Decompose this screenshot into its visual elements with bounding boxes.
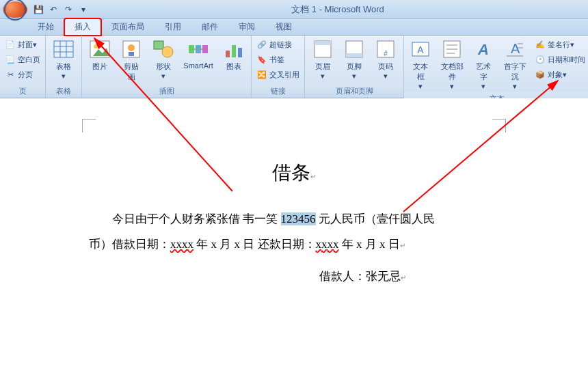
doc-line1b: 元人民币（壹仟圆人民 xyxy=(316,212,435,225)
svg-text:A: A xyxy=(417,44,424,55)
doc-body: 今日由于个人财务紧张借 韦一笑 123456 元人民币（壹仟圆人民 币）借款日期… xyxy=(89,206,499,258)
object-icon: 📦 xyxy=(535,69,546,80)
blank-page-icon: 📃 xyxy=(5,54,16,65)
tab-home[interactable]: 开始 xyxy=(27,18,64,35)
office-button[interactable] xyxy=(3,1,27,18)
datetime-button[interactable]: 🕑日期和时间 xyxy=(533,52,587,67)
picture-button[interactable]: 图片 xyxy=(85,37,115,73)
group-pages: 📄封面 ▾ 📃空白页 ✂分页 页 xyxy=(0,36,46,98)
group-links: 🔗超链接 🔖书签 🔀交叉引用 链接 xyxy=(252,36,305,98)
tab-references[interactable]: 引用 xyxy=(155,18,191,35)
chart-icon xyxy=(223,38,245,60)
group-label-pages: 页 xyxy=(0,85,45,98)
group-headerfooter: 页眉▾ 页脚▾ #页码▾ 页眉和页脚 xyxy=(305,36,404,98)
svg-rect-11 xyxy=(154,41,163,49)
doc-err2: xxxx xyxy=(316,238,339,251)
quick-access-toolbar: 💾 ↶ ↷ ▾ xyxy=(31,3,90,16)
table-icon xyxy=(53,38,75,60)
crossref-icon: 🔀 xyxy=(256,69,267,80)
page: 借条↵ 今日由于个人财务紧张借 韦一笑 123456 元人民币（壹仟圆人民 币）… xyxy=(48,112,540,311)
undo-icon[interactable]: ↶ xyxy=(46,3,60,16)
group-tables: 表格▾ 表格 xyxy=(46,36,82,98)
doc-line2b: 年 x 月 x 日 还款日期： xyxy=(193,238,316,251)
clipart-button[interactable]: 剪贴画 xyxy=(116,37,147,83)
svg-rect-10 xyxy=(129,52,134,56)
header-button[interactable]: 页眉▾ xyxy=(308,37,338,82)
table-button[interactable]: 表格▾ xyxy=(49,37,79,82)
qat-dropdown-icon[interactable]: ▾ xyxy=(77,3,90,16)
shapes-icon xyxy=(152,38,174,60)
svg-rect-18 xyxy=(226,51,230,57)
group-illustrations: 图片 剪贴画 形状▾ SmartArt 图表 插图 xyxy=(82,36,252,98)
page-break-icon: ✂ xyxy=(5,69,16,80)
document-area[interactable]: 借条↵ 今日由于个人财务紧张借 韦一笑 123456 元人民币（壹仟圆人民 币）… xyxy=(0,98,588,375)
svg-text:#: # xyxy=(384,50,388,57)
doc-err1: xxxx xyxy=(170,238,193,251)
tab-insert[interactable]: 插入 xyxy=(64,18,101,36)
svg-point-12 xyxy=(162,46,173,57)
svg-rect-13 xyxy=(189,45,194,53)
tab-mailings[interactable]: 邮件 xyxy=(191,18,228,35)
hyperlink-button[interactable]: 🔗超链接 xyxy=(254,37,302,52)
shapes-button[interactable]: 形状▾ xyxy=(148,37,178,82)
window-title: 文档 1 - Microsoft Word xyxy=(90,3,585,16)
tab-pagelayout[interactable]: 页面布局 xyxy=(101,18,155,35)
page-break-button[interactable]: ✂分页 xyxy=(3,67,42,82)
doc-title: 借条↵ xyxy=(89,160,499,186)
redo-icon[interactable]: ↷ xyxy=(62,3,75,16)
header-icon xyxy=(312,38,334,60)
group-label-headerfooter: 页眉和页脚 xyxy=(305,85,403,98)
group-label-illustrations: 插图 xyxy=(82,85,251,98)
svg-rect-0 xyxy=(54,41,73,57)
crop-mark-tr xyxy=(492,119,506,133)
doc-line1a: 今日由于个人财务紧张借 韦一笑 xyxy=(112,212,281,225)
dropcap-button[interactable]: A首字下沉▾ xyxy=(498,37,532,92)
bookmark-button[interactable]: 🔖书签 xyxy=(254,52,302,67)
cover-page-button[interactable]: 📄封面 ▾ xyxy=(3,37,42,52)
dropcap-icon: A xyxy=(504,38,526,60)
doc-selection[interactable]: 123456 xyxy=(281,212,316,225)
ribbon: 📄封面 ▾ 📃空白页 ✂分页 页 表格▾ 表格 图片 剪贴画 形状▾ Smart… xyxy=(0,36,588,98)
quickparts-button[interactable]: 文档部件▾ xyxy=(436,37,469,92)
smartart-button[interactable]: SmartArt xyxy=(179,37,217,71)
ribbon-tabs: 开始 插入 页面布局 引用 邮件 审阅 视图 xyxy=(0,19,588,36)
footer-button[interactable]: 页脚▾ xyxy=(339,37,369,82)
quickparts-icon xyxy=(441,38,463,60)
textbox-button[interactable]: A文本框▾ xyxy=(407,37,433,92)
svg-point-6 xyxy=(94,44,98,48)
clipart-icon xyxy=(120,38,142,60)
wordart-button[interactable]: A艺术字▾ xyxy=(470,37,496,92)
pagenum-button[interactable]: #页码▾ xyxy=(371,37,401,82)
blank-page-button[interactable]: 📃空白页 xyxy=(3,52,42,67)
svg-text:A: A xyxy=(511,41,520,56)
title-bar: 💾 ↶ ↷ ▾ 文档 1 - Microsoft Word xyxy=(0,0,588,19)
cover-page-icon: 📄 xyxy=(5,39,16,50)
chart-button[interactable]: 图表 xyxy=(219,37,249,73)
object-button[interactable]: 📦对象 ▾ xyxy=(533,67,587,82)
tab-view[interactable]: 视图 xyxy=(265,18,302,35)
tab-review[interactable]: 审阅 xyxy=(228,18,265,35)
picture-icon xyxy=(89,38,111,60)
doc-line2a: 币）借款日期： xyxy=(89,238,170,251)
group-label-links: 链接 xyxy=(252,85,304,98)
bookmark-icon: 🔖 xyxy=(256,54,267,65)
svg-rect-20 xyxy=(238,48,242,57)
svg-point-9 xyxy=(128,44,135,51)
group-text: A文本框▾ 文档部件▾ A艺术字▾ A首字下沉▾ ✍签名行 ▾ 🕑日期和时间 📦… xyxy=(404,36,588,98)
datetime-icon: 🕑 xyxy=(535,54,546,65)
svg-rect-24 xyxy=(346,53,362,57)
crop-mark-tl xyxy=(82,119,96,133)
save-icon[interactable]: 💾 xyxy=(31,3,45,16)
hyperlink-icon: 🔗 xyxy=(256,39,267,50)
svg-rect-22 xyxy=(315,41,331,45)
textbox-icon: A xyxy=(410,38,431,60)
signature-button[interactable]: ✍签名行 ▾ xyxy=(533,37,587,52)
pagenum-icon: # xyxy=(375,38,397,60)
wordart-icon: A xyxy=(472,38,494,60)
crossref-button[interactable]: 🔀交叉引用 xyxy=(254,67,302,82)
svg-text:A: A xyxy=(477,41,489,58)
svg-rect-19 xyxy=(232,45,236,57)
svg-rect-14 xyxy=(196,45,201,53)
group-label-tables: 表格 xyxy=(46,85,81,98)
signature-icon: ✍ xyxy=(535,39,546,50)
